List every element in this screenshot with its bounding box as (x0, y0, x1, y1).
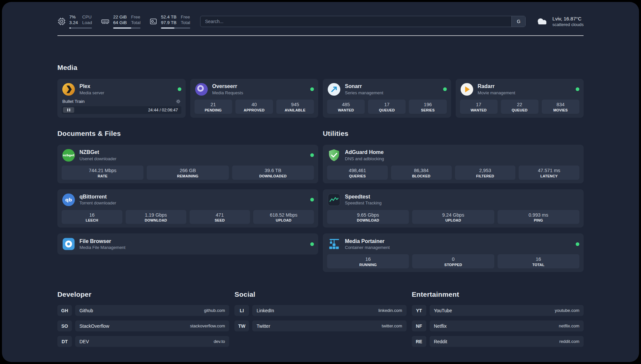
section-title-utilities: Utilities (323, 130, 584, 137)
stat-label: MOVIES (543, 108, 578, 112)
stat-box: 945 AVAILABLE (276, 100, 314, 114)
bookmark-github: GH Github github.com (57, 305, 229, 316)
section-media: Media Plex Media server (57, 64, 584, 118)
bookmark-abbr[interactable]: TW (234, 320, 249, 331)
stat-value: 471 (191, 212, 249, 218)
bookmark-group-title: Social (234, 290, 406, 298)
bookmark-abbr[interactable]: LI (234, 305, 249, 316)
service-desc: Speedtest Tracking (345, 200, 382, 206)
bookmark-abbr[interactable]: GH (57, 305, 72, 316)
stat-label: QUERIES (328, 174, 386, 178)
bookmark-link[interactable]: DEV dev.to (75, 336, 229, 347)
service-card-speedtest[interactable]: Speedtest Speedtest Tracking 9.65 Gbps D… (323, 189, 584, 228)
status-dot (310, 153, 314, 157)
service-card-portainer[interactable]: Media Portainer Container management 16 … (323, 233, 584, 272)
stat-box: 21 PENDING (195, 100, 232, 114)
stat-box: 498,461 QUERIES (327, 166, 388, 180)
service-name: File Browser (79, 238, 125, 244)
bookmark-abbr[interactable]: YT (412, 305, 426, 316)
gear-icon[interactable] (176, 99, 181, 104)
qbittorrent-icon: qb (62, 193, 76, 207)
stat-box: 485 WANTED (327, 100, 365, 114)
bookmark-url: netflix.com (559, 323, 579, 328)
service-desc: Torrent downloader (79, 200, 116, 206)
bookmark-link[interactable]: Netflix netflix.com (430, 320, 584, 331)
search-input[interactable] (200, 16, 512, 27)
stat-label: WANTED (328, 108, 363, 112)
service-card-sonarr[interactable]: Sonarr Series management 485 WANTED 17 Q… (323, 79, 451, 118)
stat-label: LEECH (63, 218, 121, 222)
stat-box: 40 APPROVED (235, 100, 273, 114)
bookmark-name: DEV (79, 339, 89, 344)
search-provider-button[interactable]: G (511, 16, 525, 27)
stat-box: 17 WANTED (460, 100, 498, 114)
stat-box: 471 SEED (190, 210, 250, 224)
bookmark-link[interactable]: Reddit reddit.com (430, 336, 584, 347)
stat-value: 86,384 (392, 167, 450, 174)
bookmark-youtube: YT YouTube youtube.com (412, 305, 584, 316)
service-card-radarr[interactable]: Radarr Movie management 17 WANTED 22 QUE… (456, 79, 584, 118)
stat-label: PENDING (196, 108, 231, 112)
now-playing-track: Bullet Train (62, 99, 85, 104)
stat-box: 1.19 Gbps DOWNLOAD (126, 210, 186, 224)
service-desc: Movie management (478, 90, 515, 96)
stat-value: 17 (369, 102, 404, 108)
bookmark-name: Netflix (434, 323, 447, 329)
bookmark-abbr[interactable]: DT (57, 336, 72, 347)
stat-value: 2,953 (456, 167, 514, 174)
cpu-chip-icon (57, 17, 66, 26)
hard-disk-icon (149, 17, 158, 26)
bookmark-stackoverflow: SO StackOverflow stackoverflow.com (57, 320, 229, 331)
stat-box: 16 RUNNING (327, 254, 409, 268)
stat-label: QUEUED (369, 108, 404, 112)
disk-total-value: 97.9 TB (161, 20, 176, 26)
service-card-overseerr[interactable]: Overseerr Media Requests 21 PENDING 40 A… (190, 79, 319, 118)
service-card-nzbget[interactable]: nzbget NZBGet Usenet downloader 744.21 M… (57, 145, 318, 183)
bookmark-netflix: NF Netflix netflix.com (412, 320, 584, 331)
bookmarks: Developer GH Github github.com SO StackO… (57, 290, 584, 347)
plex-now-playing: Bullet Train 24:44 / 02:06:47 (62, 99, 181, 114)
status-dot (443, 87, 447, 91)
bookmark-group-entertainment: Entertainment YT YouTube youtube.com NF … (412, 290, 584, 347)
bookmark-group-social: Social LI LinkedIn linkedin.com TW Twitt… (234, 290, 406, 347)
status-dot (178, 87, 181, 91)
service-desc: Series management (345, 90, 383, 96)
service-desc: Container management (345, 245, 390, 250)
status-dot (310, 242, 314, 246)
bookmark-group-title: Entertainment (412, 290, 584, 298)
service-card-adguard[interactable]: AdGuard Home DNS and adblocking 498,461 … (323, 145, 584, 183)
bookmark-link[interactable]: Github github.com (75, 305, 229, 316)
service-card-qbittorrent[interactable]: qb qBittorrent Torrent downloader 16 LEE… (57, 189, 318, 228)
stat-box: 9.65 Gbps DOWNLOAD (327, 210, 409, 224)
stat-value: 16 (499, 256, 578, 262)
service-card-filebrowser[interactable]: File Browser Media File Management (57, 233, 318, 255)
bookmark-url: github.com (204, 308, 225, 313)
stat-box: 9.24 Gbps UPLOAD (412, 210, 494, 224)
stat-box: 16 LEECH (62, 210, 122, 224)
bookmark-link[interactable]: Twitter twitter.com (252, 320, 406, 331)
stat-label: SERIES (410, 108, 445, 112)
disk-free-value: 52.4 TB (161, 15, 176, 20)
stat-label: BLOCKED (392, 174, 450, 178)
service-name: Overseerr (212, 83, 243, 89)
bookmark-link[interactable]: StackOverflow stackoverflow.com (75, 320, 229, 331)
service-desc: DNS and adblocking (345, 156, 384, 162)
bookmark-abbr[interactable]: SO (57, 320, 72, 331)
ram-total-label: Total (131, 20, 141, 26)
service-desc: Media Requests (212, 90, 243, 96)
bookmark-abbr[interactable]: NF (412, 320, 426, 331)
bookmark-link[interactable]: LinkedIn linkedin.com (252, 305, 406, 316)
bookmark-url: youtube.com (555, 308, 579, 313)
ram-usage-bar (113, 27, 140, 29)
service-name: qBittorrent (79, 194, 116, 200)
topbar-divider (57, 35, 584, 36)
service-card-plex[interactable]: Plex Media server Bullet Train (57, 79, 186, 118)
bookmark-link[interactable]: YouTube youtube.com (430, 305, 584, 316)
pause-button[interactable] (63, 107, 74, 113)
portainer-crane-icon (327, 237, 341, 251)
playback-bar[interactable]: 24:44 / 02:06:47 (62, 106, 181, 114)
bookmark-abbr[interactable]: RE (412, 336, 426, 347)
service-desc: Usenet downloader (79, 156, 116, 162)
stat-box: 2,953 FILTERED (455, 166, 516, 180)
bookmark-linkedin: LI LinkedIn linkedin.com (234, 305, 406, 316)
